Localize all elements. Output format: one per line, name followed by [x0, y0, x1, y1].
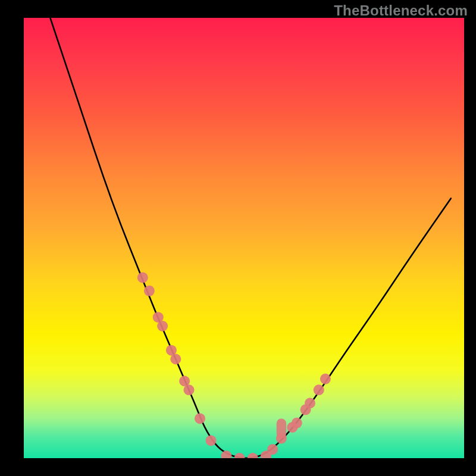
highlight-point — [221, 450, 231, 458]
highlight-point — [320, 374, 331, 384]
chart-frame: TheBottleneck.com — [0, 0, 476, 476]
highlight-point — [234, 453, 245, 458]
bottleneck-curve — [50, 18, 450, 458]
plot-area — [24, 18, 464, 458]
chart-svg — [24, 18, 464, 458]
highlight-point — [314, 384, 324, 395]
highlight-point — [144, 286, 155, 296]
highlight-point — [292, 418, 302, 428]
highlight-point — [267, 444, 278, 455]
highlight-point — [137, 273, 148, 283]
highlight-point — [248, 453, 258, 458]
highlight-point — [195, 413, 205, 424]
highlight-point — [157, 321, 168, 331]
highlight-point — [184, 384, 195, 395]
highlight-point — [276, 433, 287, 444]
highlight-point — [305, 398, 315, 409]
highlight-point — [206, 435, 217, 446]
highlight-point — [170, 354, 181, 365]
watermark-text: TheBottleneck.com — [334, 2, 468, 19]
